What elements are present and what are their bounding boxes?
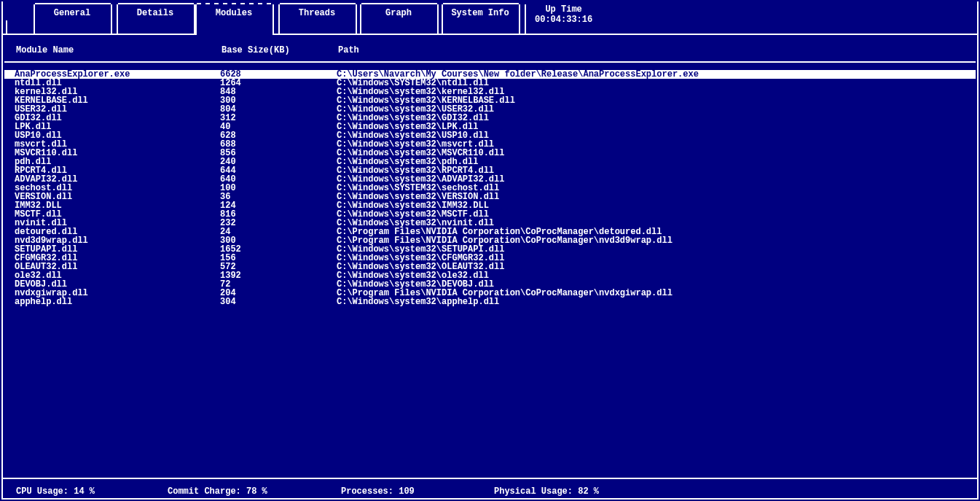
cell-base-size: 304: [220, 298, 236, 306]
tab-bar: GeneralDetailsModulesThreadsGraphSystem …: [0, 0, 980, 35]
uptime-display: Up Time00:04:33:16: [535, 4, 592, 25]
module-list[interactable]: AnaProcessExplorer.exe6628C:\Users\Navar…: [4, 70, 976, 466]
tab-divider: [519, 4, 520, 34]
status-commit-charge: Commit Charge: 78 %: [168, 486, 267, 497]
column-module-name[interactable]: Module Name: [16, 45, 74, 55]
tab-underline: [3, 34, 977, 35]
table-row[interactable]: USER32.dll804C:\Windows\system32\USER32.…: [4, 105, 976, 114]
column-base-size[interactable]: Base Size(KB): [222, 45, 290, 55]
cell-module-name: apphelp.dll: [15, 298, 72, 306]
table-row[interactable]: IMM32.DLL124C:\Windows\system32\IMM32.DL…: [4, 201, 976, 210]
tab-general[interactable]: General: [34, 4, 111, 22]
table-row[interactable]: GDI32.dll312C:\Windows\system32\GDI32.dl…: [4, 114, 976, 123]
uptime-value: 00:04:33:16: [535, 15, 592, 25]
tab-divider: [111, 4, 112, 34]
tab-divider: [356, 4, 357, 34]
table-row[interactable]: MSVCR110.dll856C:\Windows\system32\MSVCR…: [4, 149, 976, 158]
active-tab-gap: [197, 34, 273, 35]
table-row[interactable]: LPK.dll40C:\Windows\system32\LPK.dll: [4, 123, 976, 131]
status-cpu-usage: CPU Usage: 14 %: [16, 486, 95, 497]
tab-divider: [273, 4, 274, 34]
table-row[interactable]: AnaProcessExplorer.exe6628C:\Users\Navar…: [4, 70, 976, 79]
table-row[interactable]: VERSION.dll36C:\Windows\system32\VERSION…: [4, 193, 976, 201]
tab-divider: [6, 20, 7, 34]
tab-divider: [437, 4, 439, 34]
table-row[interactable]: OLEAUT32.dll572C:\Windows\system32\OLEAU…: [4, 263, 976, 271]
tab-system-info[interactable]: System Info: [442, 4, 519, 22]
status-bar: CPU Usage: 14 % Commit Charge: 78 % Proc…: [3, 478, 977, 498]
column-path[interactable]: Path: [338, 45, 359, 55]
tab-graph[interactable]: Graph: [360, 4, 437, 22]
columns-underline: [4, 61, 976, 63]
uptime-label: Up Time: [535, 4, 592, 15]
tab-details[interactable]: Details: [117, 4, 194, 22]
tab-threads[interactable]: Threads: [278, 4, 356, 22]
table-row[interactable]: apphelp.dll304C:\Windows\system32\apphel…: [4, 298, 976, 306]
column-headers: Module Name Base Size(KB) Path: [3, 42, 977, 61]
status-processes: Processes: 109: [341, 486, 415, 497]
status-physical-usage: Physical Usage: 82 %: [494, 486, 599, 497]
cell-path: C:\Windows\system32\apphelp.dll: [337, 298, 499, 306]
tab-divider: [525, 4, 526, 34]
tab-modules[interactable]: Modules: [195, 4, 273, 22]
